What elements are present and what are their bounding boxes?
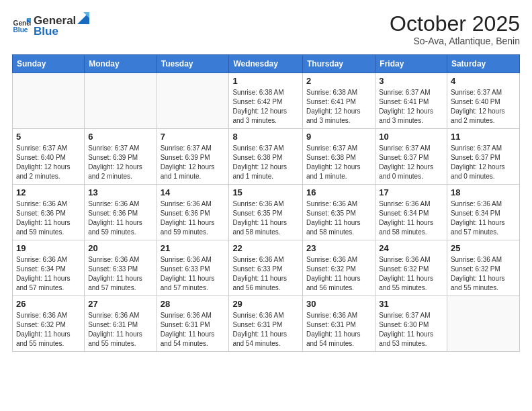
calendar-cell: 31Sunrise: 6:37 AMSunset: 6:30 PMDayligh… — [375, 296, 447, 352]
calendar-cell: 17Sunrise: 6:36 AMSunset: 6:34 PMDayligh… — [375, 185, 447, 240]
day-info: Sunrise: 6:36 AMSunset: 6:33 PMDaylight:… — [161, 255, 226, 293]
calendar-cell: 10Sunrise: 6:37 AMSunset: 6:37 PMDayligh… — [375, 129, 447, 185]
calendar-cell: 7Sunrise: 6:37 AMSunset: 6:39 PMDaylight… — [157, 129, 229, 185]
calendar-cell: 1Sunrise: 6:38 AMSunset: 6:42 PMDaylight… — [229, 73, 303, 129]
day-number: 5 — [16, 132, 81, 142]
day-number: 27 — [88, 299, 152, 309]
calendar-cell: 14Sunrise: 6:36 AMSunset: 6:36 PMDayligh… — [157, 185, 229, 240]
calendar-cell: 27Sunrise: 6:36 AMSunset: 6:31 PMDayligh… — [85, 296, 157, 352]
day-number: 2 — [306, 76, 371, 86]
day-number: 19 — [16, 243, 81, 253]
day-number: 18 — [451, 187, 516, 197]
day-number: 8 — [232, 132, 299, 142]
day-number: 17 — [379, 187, 443, 197]
day-info: Sunrise: 6:36 AMSunset: 6:34 PMDaylight:… — [379, 199, 443, 237]
day-info: Sunrise: 6:36 AMSunset: 6:32 PMDaylight:… — [451, 255, 516, 293]
calendar-cell: 15Sunrise: 6:36 AMSunset: 6:35 PMDayligh… — [229, 185, 303, 240]
calendar-cell — [447, 296, 519, 352]
day-number: 29 — [232, 299, 299, 309]
day-info: Sunrise: 6:36 AMSunset: 6:31 PMDaylight:… — [306, 311, 371, 349]
calendar-header-row: Sunday Monday Tuesday Wednesday Thursday… — [13, 55, 520, 73]
day-info: Sunrise: 6:36 AMSunset: 6:32 PMDaylight:… — [379, 255, 443, 293]
header-right: October 2025 So-Ava, Atlantique, Benin — [390, 12, 520, 46]
calendar-cell: 2Sunrise: 6:38 AMSunset: 6:41 PMDaylight… — [302, 73, 375, 129]
day-info: Sunrise: 6:36 AMSunset: 6:31 PMDaylight:… — [88, 311, 152, 349]
header: General Blue General Blue October 2025 — [12, 12, 520, 46]
week-row-3: 12Sunrise: 6:36 AMSunset: 6:36 PMDayligh… — [13, 185, 520, 240]
calendar-cell: 18Sunrise: 6:36 AMSunset: 6:34 PMDayligh… — [447, 185, 519, 240]
day-info: Sunrise: 6:37 AMSunset: 6:30 PMDaylight:… — [379, 311, 443, 349]
calendar-cell: 30Sunrise: 6:36 AMSunset: 6:31 PMDayligh… — [302, 296, 375, 352]
day-info: Sunrise: 6:38 AMSunset: 6:42 PMDaylight:… — [232, 88, 299, 126]
col-thursday: Thursday — [302, 55, 375, 73]
calendar-cell: 11Sunrise: 6:37 AMSunset: 6:37 PMDayligh… — [447, 129, 519, 185]
day-info: Sunrise: 6:37 AMSunset: 6:40 PMDaylight:… — [16, 144, 81, 181]
calendar-cell: 8Sunrise: 6:37 AMSunset: 6:38 PMDaylight… — [229, 129, 303, 185]
day-info: Sunrise: 6:36 AMSunset: 6:32 PMDaylight:… — [306, 255, 371, 293]
calendar-cell — [157, 73, 229, 129]
day-info: Sunrise: 6:37 AMSunset: 6:37 PMDaylight:… — [379, 144, 443, 181]
calendar-cell: 3Sunrise: 6:37 AMSunset: 6:41 PMDaylight… — [375, 73, 447, 129]
calendar-cell: 5Sunrise: 6:37 AMSunset: 6:40 PMDaylight… — [13, 129, 85, 185]
calendar-cell — [85, 73, 157, 129]
week-row-4: 19Sunrise: 6:36 AMSunset: 6:34 PMDayligh… — [13, 240, 520, 296]
svg-text:Blue: Blue — [13, 26, 28, 34]
calendar-cell: 23Sunrise: 6:36 AMSunset: 6:32 PMDayligh… — [302, 240, 375, 296]
calendar-cell: 26Sunrise: 6:36 AMSunset: 6:32 PMDayligh… — [13, 296, 85, 352]
day-number: 11 — [451, 132, 516, 142]
calendar-cell: 19Sunrise: 6:36 AMSunset: 6:34 PMDayligh… — [13, 240, 85, 296]
logo: General Blue General Blue — [12, 12, 89, 38]
day-number: 20 — [88, 243, 152, 253]
day-number: 6 — [88, 132, 152, 142]
day-number: 3 — [379, 76, 443, 86]
day-info: Sunrise: 6:38 AMSunset: 6:41 PMDaylight:… — [306, 88, 371, 126]
day-number: 26 — [16, 299, 81, 309]
day-info: Sunrise: 6:36 AMSunset: 6:31 PMDaylight:… — [232, 311, 299, 349]
day-info: Sunrise: 6:36 AMSunset: 6:35 PMDaylight:… — [232, 199, 299, 237]
day-number: 10 — [379, 132, 443, 142]
calendar-cell: 24Sunrise: 6:36 AMSunset: 6:32 PMDayligh… — [375, 240, 447, 296]
calendar-cell — [13, 73, 85, 129]
calendar: Sunday Monday Tuesday Wednesday Thursday… — [12, 54, 520, 352]
calendar-cell: 28Sunrise: 6:36 AMSunset: 6:31 PMDayligh… — [157, 296, 229, 352]
calendar-cell: 9Sunrise: 6:37 AMSunset: 6:38 PMDaylight… — [302, 129, 375, 185]
week-row-5: 26Sunrise: 6:36 AMSunset: 6:32 PMDayligh… — [13, 296, 520, 352]
day-number: 22 — [232, 243, 299, 253]
week-row-1: 1Sunrise: 6:38 AMSunset: 6:42 PMDaylight… — [13, 73, 520, 129]
day-info: Sunrise: 6:36 AMSunset: 6:32 PMDaylight:… — [16, 311, 81, 349]
col-tuesday: Tuesday — [157, 55, 229, 73]
day-number: 25 — [451, 243, 516, 253]
col-sunday: Sunday — [13, 55, 85, 73]
day-number: 16 — [306, 187, 371, 197]
day-number: 30 — [306, 299, 371, 309]
day-info: Sunrise: 6:36 AMSunset: 6:36 PMDaylight:… — [161, 199, 226, 237]
day-info: Sunrise: 6:37 AMSunset: 6:39 PMDaylight:… — [88, 144, 152, 181]
col-wednesday: Wednesday — [229, 55, 303, 73]
day-info: Sunrise: 6:37 AMSunset: 6:41 PMDaylight:… — [379, 88, 443, 126]
calendar-cell: 20Sunrise: 6:36 AMSunset: 6:33 PMDayligh… — [85, 240, 157, 296]
col-monday: Monday — [85, 55, 157, 73]
day-info: Sunrise: 6:37 AMSunset: 6:38 PMDaylight:… — [232, 144, 299, 181]
calendar-cell: 12Sunrise: 6:36 AMSunset: 6:36 PMDayligh… — [13, 185, 85, 240]
day-info: Sunrise: 6:37 AMSunset: 6:40 PMDaylight:… — [451, 88, 516, 126]
day-info: Sunrise: 6:36 AMSunset: 6:36 PMDaylight:… — [88, 199, 152, 237]
day-number: 14 — [161, 187, 226, 197]
day-info: Sunrise: 6:36 AMSunset: 6:34 PMDaylight:… — [16, 255, 81, 293]
day-number: 15 — [232, 187, 299, 197]
day-number: 23 — [306, 243, 371, 253]
day-number: 12 — [16, 187, 81, 197]
calendar-cell: 22Sunrise: 6:36 AMSunset: 6:33 PMDayligh… — [229, 240, 303, 296]
calendar-cell: 16Sunrise: 6:36 AMSunset: 6:35 PMDayligh… — [302, 185, 375, 240]
logo-wordmark: General Blue — [34, 12, 89, 38]
day-number: 13 — [88, 187, 152, 197]
calendar-cell: 4Sunrise: 6:37 AMSunset: 6:40 PMDaylight… — [447, 73, 519, 129]
day-number: 4 — [451, 76, 516, 86]
day-info: Sunrise: 6:36 AMSunset: 6:36 PMDaylight:… — [16, 199, 81, 237]
day-info: Sunrise: 6:37 AMSunset: 6:37 PMDaylight:… — [451, 144, 516, 181]
week-row-2: 5Sunrise: 6:37 AMSunset: 6:40 PMDaylight… — [13, 129, 520, 185]
calendar-cell: 25Sunrise: 6:36 AMSunset: 6:32 PMDayligh… — [447, 240, 519, 296]
day-info: Sunrise: 6:36 AMSunset: 6:31 PMDaylight:… — [161, 311, 226, 349]
logo-icon: General Blue — [12, 16, 31, 35]
day-number: 28 — [161, 299, 226, 309]
col-saturday: Saturday — [447, 55, 519, 73]
